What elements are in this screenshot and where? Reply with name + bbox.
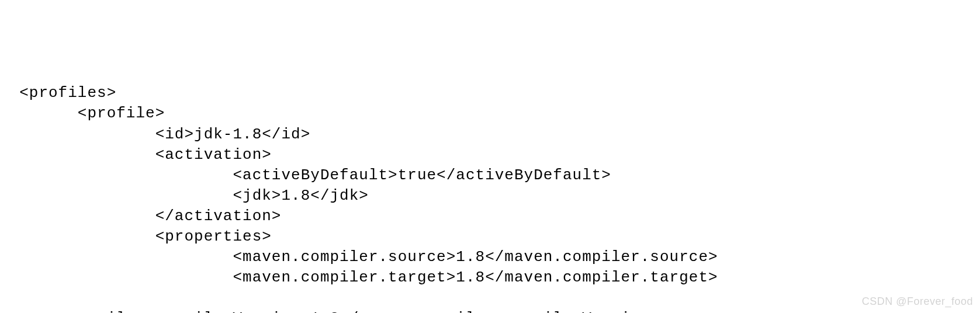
code-line: <maven.compiler.target>1.8</maven.compil… — [0, 269, 718, 286]
code-block: <profiles> <profile> <id>jdk-1.8</id> <a… — [0, 83, 980, 313]
code-line: <profile> — [0, 105, 165, 122]
code-line: <activeByDefault>true</activeByDefault> — [0, 166, 611, 184]
code-line: <profiles> — [0, 84, 116, 102]
code-line: </activation> — [0, 207, 281, 225]
code-line: <jdk>1.8</jdk> — [0, 187, 369, 204]
code-line: <properties> — [0, 228, 272, 245]
watermark-text: CSDN @Forever_food — [862, 294, 973, 308]
code-line: <maven.compiler.compilerVersion>1.8</mav… — [0, 309, 660, 313]
code-line: <maven.compiler.source>1.8</maven.compil… — [0, 248, 718, 266]
code-line: <activation> — [0, 146, 272, 164]
code-line: <id>jdk-1.8</id> — [0, 126, 310, 143]
